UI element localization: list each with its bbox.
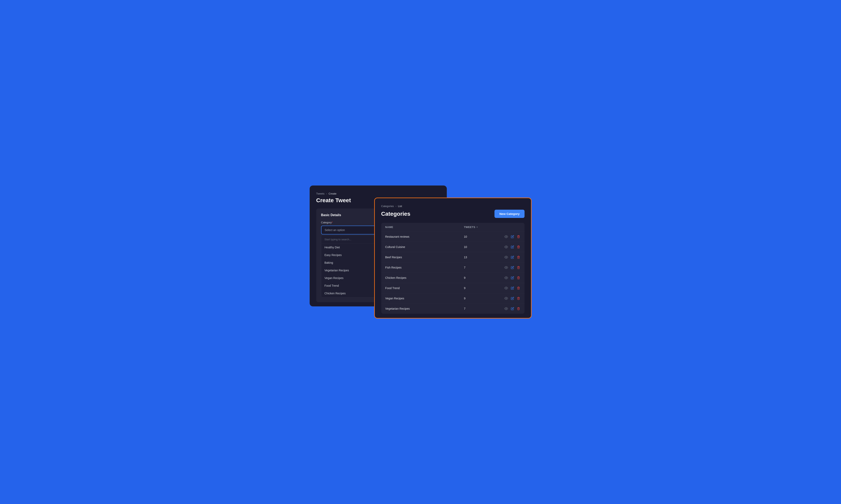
view-button[interactable] [504,286,509,290]
categories-header: Categories New Category [381,210,525,218]
row-tweets: 13 [464,256,500,259]
breadcrumb-create: Tweets › Create [316,192,440,195]
col-name: Name [385,226,464,229]
svg-point-4 [505,277,507,278]
row-name: Chicken Recipes [385,276,464,280]
row-tweets: 10 [464,245,500,249]
view-button[interactable] [504,255,509,259]
svg-point-1 [505,247,507,248]
row-tweets: 9 [464,297,500,300]
row-actions [500,234,520,239]
view-button[interactable] [504,296,509,301]
row-name: Vegetarian Recipes [385,307,464,310]
breadcrumb-cat-separator: › [395,205,396,208]
categories-table: Name Tweets ▼ Restaurant reviews 10 Cult… [381,223,525,314]
row-tweets: 7 [464,307,500,310]
edit-button[interactable] [510,255,514,259]
new-category-button[interactable]: New Category [495,210,524,218]
delete-button[interactable] [516,255,520,259]
col-tweets[interactable]: Tweets ▼ [464,226,500,229]
delete-button[interactable] [516,307,520,311]
delete-button[interactable] [516,276,520,280]
row-name: Food Trend [385,287,464,290]
svg-point-5 [505,288,507,289]
view-button[interactable] [504,234,509,239]
view-button[interactable] [504,306,509,311]
delete-button[interactable] [516,245,520,249]
svg-point-6 [505,298,507,299]
row-name: Vegan Recipes [385,297,464,300]
breadcrumb-cat-parent[interactable]: Categories [381,205,394,208]
breadcrumb-parent[interactable]: Tweets [316,192,325,195]
table-row: Food Trend 9 [381,283,525,293]
edit-button[interactable] [510,245,514,249]
edit-button[interactable] [510,296,514,300]
categories-title: Categories [381,211,411,217]
categories-panel: Categories › List Categories New Categor… [374,198,532,319]
edit-button[interactable] [510,307,514,311]
table-row: Fish Recipes 7 [381,263,525,273]
row-name: Beef Recipes [385,256,464,259]
svg-point-3 [505,267,507,268]
breadcrumb-current: Create [329,192,337,195]
row-tweets: 10 [464,235,500,238]
col-actions [500,226,520,229]
edit-button[interactable] [510,276,514,280]
edit-button[interactable] [510,286,514,290]
svg-point-7 [505,308,507,309]
table-row: Chicken Recipes 9 [381,273,525,283]
row-actions [500,275,520,280]
row-actions [500,296,520,301]
delete-button[interactable] [516,296,520,300]
row-actions [500,265,520,270]
sort-icon: ▼ [476,226,478,228]
scene: Tweets › Create Create Tweet Basic Detai… [310,185,532,319]
table-row: Cultural Cuisine 10 [381,242,525,252]
view-button[interactable] [504,275,509,280]
breadcrumb-categories: Categories › List [381,205,525,208]
row-name: Restaurant reviews [385,235,464,238]
row-tweets: 7 [464,266,500,269]
table-header-row: Name Tweets ▼ [381,223,525,232]
view-button[interactable] [504,265,509,270]
row-name: Cultural Cuisine [385,245,464,249]
table-row: Vegan Recipes 9 [381,293,525,304]
delete-button[interactable] [516,235,520,239]
view-button[interactable] [504,245,509,249]
breadcrumb-separator: › [326,192,327,195]
row-actions [500,306,520,311]
row-actions [500,255,520,259]
row-actions [500,245,520,249]
table-row: Vegetarian Recipes 7 [381,304,525,314]
table-row: Restaurant reviews 10 [381,232,525,242]
row-actions [500,286,520,290]
svg-point-2 [505,257,507,258]
breadcrumb-cat-current: List [398,205,402,208]
svg-point-0 [505,236,507,237]
table-row: Beef Recipes 13 [381,252,525,263]
delete-button[interactable] [516,286,520,290]
row-tweets: 9 [464,276,500,280]
row-name: Fish Recipes [385,266,464,269]
delete-button[interactable] [516,266,520,270]
edit-button[interactable] [510,266,514,270]
edit-button[interactable] [510,235,514,239]
row-tweets: 9 [464,287,500,290]
